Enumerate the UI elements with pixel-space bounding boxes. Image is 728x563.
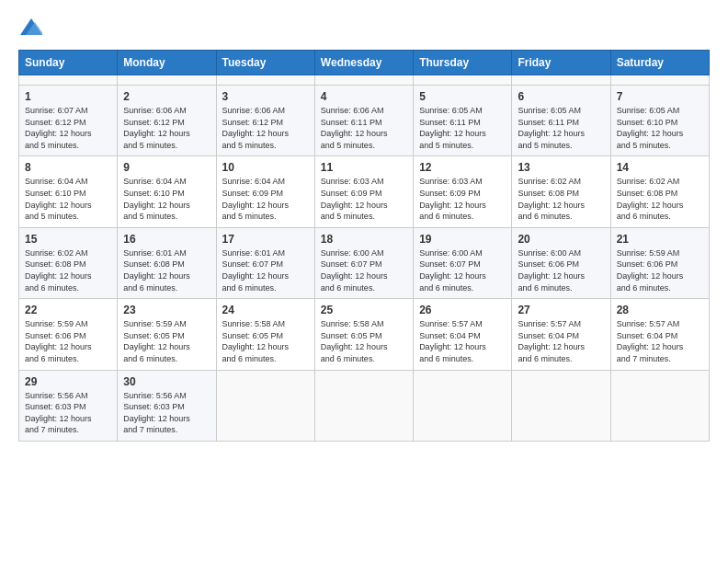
calendar-week-row	[19, 75, 710, 86]
day-number: 23	[123, 304, 210, 316]
day-info: Sunrise: 6:06 AM Sunset: 6:12 PM Dayligh…	[222, 105, 309, 151]
day-info: Sunrise: 6:06 AM Sunset: 6:12 PM Dayligh…	[123, 105, 210, 151]
day-info: Sunrise: 6:05 AM Sunset: 6:11 PM Dayligh…	[518, 105, 604, 151]
calendar-cell: 2Sunrise: 6:06 AM Sunset: 6:12 PM Daylig…	[118, 86, 216, 156]
calendar-cell: 20Sunrise: 6:00 AM Sunset: 6:06 PM Dayli…	[512, 227, 610, 298]
day-number: 22	[25, 304, 111, 316]
calendar-cell: 23Sunrise: 5:59 AM Sunset: 6:05 PM Dayli…	[118, 299, 216, 370]
day-number: 3	[222, 90, 309, 103]
day-info: Sunrise: 6:02 AM Sunset: 6:08 PM Dayligh…	[518, 176, 604, 222]
day-number: 24	[222, 304, 309, 316]
calendar-cell: 12Sunrise: 6:03 AM Sunset: 6:09 PM Dayli…	[414, 156, 512, 227]
calendar-cell: 27Sunrise: 5:57 AM Sunset: 6:04 PM Dayli…	[512, 299, 610, 370]
day-info: Sunrise: 6:02 AM Sunset: 6:08 PM Dayligh…	[617, 176, 703, 222]
day-of-week-header: Tuesday	[216, 51, 314, 75]
day-number: 5	[419, 90, 506, 103]
logo	[18, 18, 42, 35]
calendar-cell: 30Sunrise: 5:56 AM Sunset: 6:03 PM Dayli…	[118, 370, 216, 441]
day-number: 6	[518, 90, 604, 103]
day-info: Sunrise: 5:59 AM Sunset: 6:06 PM Dayligh…	[617, 247, 703, 293]
day-number: 25	[321, 304, 407, 316]
day-of-week-header: Monday	[118, 51, 216, 75]
day-info: Sunrise: 5:58 AM Sunset: 6:05 PM Dayligh…	[222, 318, 309, 364]
day-info: Sunrise: 6:07 AM Sunset: 6:12 PM Dayligh…	[25, 105, 111, 151]
day-number: 26	[419, 304, 506, 316]
day-number: 21	[617, 233, 703, 246]
calendar-cell	[118, 75, 216, 86]
calendar-cell	[512, 75, 610, 86]
day-number: 18	[321, 233, 407, 246]
calendar-cell	[414, 75, 512, 86]
day-info: Sunrise: 6:02 AM Sunset: 6:08 PM Dayligh…	[25, 247, 111, 293]
calendar-cell: 16Sunrise: 6:01 AM Sunset: 6:08 PM Dayli…	[118, 227, 216, 298]
day-info: Sunrise: 5:56 AM Sunset: 6:03 PM Dayligh…	[25, 390, 111, 436]
day-info: Sunrise: 6:01 AM Sunset: 6:08 PM Dayligh…	[123, 247, 210, 293]
day-info: Sunrise: 6:04 AM Sunset: 6:09 PM Dayligh…	[222, 176, 309, 222]
calendar-week-row: 22Sunrise: 5:59 AM Sunset: 6:06 PM Dayli…	[19, 299, 710, 370]
calendar-cell	[610, 75, 709, 86]
day-number: 2	[123, 90, 210, 103]
calendar-cell: 7Sunrise: 6:05 AM Sunset: 6:10 PM Daylig…	[610, 86, 709, 156]
calendar-cell: 18Sunrise: 6:00 AM Sunset: 6:07 PM Dayli…	[314, 227, 413, 298]
day-number: 17	[222, 233, 309, 246]
day-number: 20	[518, 233, 604, 246]
day-info: Sunrise: 6:04 AM Sunset: 6:10 PM Dayligh…	[25, 176, 111, 222]
calendar-week-row: 8Sunrise: 6:04 AM Sunset: 6:10 PM Daylig…	[19, 156, 710, 227]
calendar-cell: 5Sunrise: 6:05 AM Sunset: 6:11 PM Daylig…	[414, 86, 512, 156]
calendar-cell	[216, 370, 314, 441]
calendar-cell: 1Sunrise: 6:07 AM Sunset: 6:12 PM Daylig…	[19, 86, 118, 156]
calendar-week-row: 15Sunrise: 6:02 AM Sunset: 6:08 PM Dayli…	[19, 227, 710, 298]
calendar-cell: 13Sunrise: 6:02 AM Sunset: 6:08 PM Dayli…	[512, 156, 610, 227]
calendar-cell: 10Sunrise: 6:04 AM Sunset: 6:09 PM Dayli…	[216, 156, 314, 227]
day-number: 28	[617, 304, 703, 316]
day-info: Sunrise: 6:03 AM Sunset: 6:09 PM Dayligh…	[321, 176, 407, 222]
calendar-cell: 14Sunrise: 6:02 AM Sunset: 6:08 PM Dayli…	[610, 156, 709, 227]
calendar-cell: 4Sunrise: 6:06 AM Sunset: 6:11 PM Daylig…	[314, 86, 413, 156]
day-number: 19	[419, 233, 506, 246]
day-number: 27	[518, 304, 604, 316]
calendar-cell	[610, 370, 709, 441]
calendar-cell	[216, 75, 314, 86]
calendar-cell	[314, 370, 413, 441]
day-number: 16	[123, 233, 210, 246]
day-number: 8	[25, 161, 111, 174]
day-info: Sunrise: 6:01 AM Sunset: 6:07 PM Dayligh…	[222, 247, 309, 293]
day-number: 14	[617, 161, 703, 174]
calendar-cell: 25Sunrise: 5:58 AM Sunset: 6:05 PM Dayli…	[314, 299, 413, 370]
day-of-week-header: Saturday	[610, 51, 709, 75]
day-number: 30	[123, 375, 210, 388]
day-info: Sunrise: 6:00 AM Sunset: 6:07 PM Dayligh…	[321, 247, 407, 293]
calendar-header-row: SundayMondayTuesdayWednesdayThursdayFrid…	[19, 51, 710, 75]
calendar-cell: 6Sunrise: 6:05 AM Sunset: 6:11 PM Daylig…	[512, 86, 610, 156]
page-header	[18, 18, 710, 35]
logo-icon	[20, 18, 42, 35]
day-info: Sunrise: 6:05 AM Sunset: 6:10 PM Dayligh…	[617, 105, 703, 151]
day-info: Sunrise: 6:00 AM Sunset: 6:06 PM Dayligh…	[518, 247, 604, 293]
calendar-week-row: 29Sunrise: 5:56 AM Sunset: 6:03 PM Dayli…	[19, 370, 710, 441]
day-info: Sunrise: 5:57 AM Sunset: 6:04 PM Dayligh…	[518, 318, 604, 364]
day-info: Sunrise: 5:57 AM Sunset: 6:04 PM Dayligh…	[419, 318, 506, 364]
calendar-cell: 22Sunrise: 5:59 AM Sunset: 6:06 PM Dayli…	[19, 299, 118, 370]
day-info: Sunrise: 5:59 AM Sunset: 6:06 PM Dayligh…	[25, 318, 111, 364]
calendar-cell: 8Sunrise: 6:04 AM Sunset: 6:10 PM Daylig…	[19, 156, 118, 227]
day-number: 15	[25, 233, 111, 246]
day-info: Sunrise: 6:04 AM Sunset: 6:10 PM Dayligh…	[123, 176, 210, 222]
calendar-table: SundayMondayTuesdayWednesdayThursdayFrid…	[18, 50, 710, 442]
day-of-week-header: Wednesday	[314, 51, 413, 75]
calendar-cell: 19Sunrise: 6:00 AM Sunset: 6:07 PM Dayli…	[414, 227, 512, 298]
day-info: Sunrise: 5:57 AM Sunset: 6:04 PM Dayligh…	[617, 318, 703, 364]
calendar-cell: 3Sunrise: 6:06 AM Sunset: 6:12 PM Daylig…	[216, 86, 314, 156]
day-of-week-header: Sunday	[19, 51, 118, 75]
day-info: Sunrise: 5:58 AM Sunset: 6:05 PM Dayligh…	[321, 318, 407, 364]
day-info: Sunrise: 6:00 AM Sunset: 6:07 PM Dayligh…	[419, 247, 506, 293]
calendar-cell: 24Sunrise: 5:58 AM Sunset: 6:05 PM Dayli…	[216, 299, 314, 370]
day-info: Sunrise: 5:56 AM Sunset: 6:03 PM Dayligh…	[123, 390, 210, 436]
day-of-week-header: Friday	[512, 51, 610, 75]
day-info: Sunrise: 5:59 AM Sunset: 6:05 PM Dayligh…	[123, 318, 210, 364]
day-info: Sunrise: 6:05 AM Sunset: 6:11 PM Dayligh…	[419, 105, 506, 151]
day-info: Sunrise: 6:06 AM Sunset: 6:11 PM Dayligh…	[321, 105, 407, 151]
day-number: 12	[419, 161, 506, 174]
calendar-week-row: 1Sunrise: 6:07 AM Sunset: 6:12 PM Daylig…	[19, 86, 710, 156]
day-info: Sunrise: 6:03 AM Sunset: 6:09 PM Dayligh…	[419, 176, 506, 222]
calendar-cell	[512, 370, 610, 441]
